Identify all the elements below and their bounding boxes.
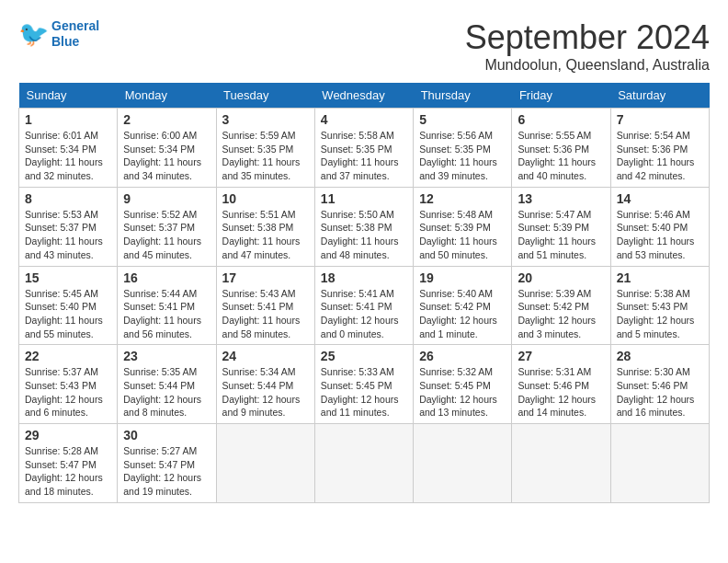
calendar-header-thursday: Thursday (414, 83, 512, 109)
day-info: Sunrise: 5:27 AM Sunset: 5:47 PM Dayligh… (123, 444, 210, 499)
day-number: 24 (222, 349, 309, 363)
calendar-cell: 9Sunrise: 5:52 AM Sunset: 5:37 PM Daylig… (118, 187, 216, 266)
day-number: 19 (419, 270, 506, 285)
calendar-cell: 28Sunrise: 5:30 AM Sunset: 5:46 PM Dayli… (610, 345, 709, 424)
page-header: 🐦 General Blue September 2024 Mundoolun,… (18, 18, 710, 74)
day-info: Sunrise: 5:54 AM Sunset: 5:36 PM Dayligh… (617, 129, 703, 183)
calendar-cell: 6Sunrise: 5:55 AM Sunset: 5:36 PM Daylig… (512, 109, 610, 188)
day-number: 13 (518, 191, 604, 206)
day-info: Sunrise: 5:28 AM Sunset: 5:47 PM Dayligh… (25, 444, 111, 499)
day-info: Sunrise: 5:48 AM Sunset: 5:39 PM Dayligh… (419, 208, 506, 262)
day-number: 2 (123, 112, 210, 127)
calendar-cell: 15Sunrise: 5:45 AM Sunset: 5:40 PM Dayli… (19, 266, 118, 345)
month-title: September 2024 (465, 18, 710, 57)
calendar-cell (314, 424, 413, 503)
day-info: Sunrise: 6:00 AM Sunset: 5:34 PM Dayligh… (123, 129, 210, 183)
calendar-week-2: 8Sunrise: 5:53 AM Sunset: 5:37 PM Daylig… (19, 187, 710, 266)
day-info: Sunrise: 5:50 AM Sunset: 5:38 PM Dayligh… (321, 208, 407, 262)
logo-text: General Blue (51, 18, 99, 50)
day-number: 16 (123, 270, 210, 285)
day-info: Sunrise: 5:51 AM Sunset: 5:38 PM Dayligh… (222, 208, 309, 262)
calendar-cell (216, 424, 314, 503)
day-number: 9 (123, 191, 210, 206)
calendar-cell: 22Sunrise: 5:37 AM Sunset: 5:43 PM Dayli… (19, 345, 118, 424)
logo: 🐦 General Blue (18, 18, 99, 50)
day-info: Sunrise: 5:46 AM Sunset: 5:40 PM Dayligh… (617, 208, 703, 262)
day-info: Sunrise: 5:31 AM Sunset: 5:46 PM Dayligh… (518, 365, 604, 419)
calendar-week-5: 29Sunrise: 5:28 AM Sunset: 5:47 PM Dayli… (19, 424, 710, 503)
day-number: 27 (518, 349, 604, 363)
calendar-cell: 23Sunrise: 5:35 AM Sunset: 5:44 PM Dayli… (118, 345, 216, 424)
day-number: 10 (222, 191, 309, 206)
calendar-table: SundayMondayTuesdayWednesdayThursdayFrid… (18, 83, 710, 503)
svg-text:🐦: 🐦 (18, 19, 48, 49)
calendar-header-sunday: Sunday (19, 83, 118, 109)
calendar-cell: 29Sunrise: 5:28 AM Sunset: 5:47 PM Dayli… (19, 424, 118, 503)
calendar-cell: 1Sunrise: 6:01 AM Sunset: 5:34 PM Daylig… (19, 109, 118, 188)
calendar-cell: 19Sunrise: 5:40 AM Sunset: 5:42 PM Dayli… (414, 266, 512, 345)
day-info: Sunrise: 6:01 AM Sunset: 5:34 PM Dayligh… (25, 129, 111, 183)
day-info: Sunrise: 5:37 AM Sunset: 5:43 PM Dayligh… (25, 365, 111, 419)
day-number: 1 (25, 112, 111, 127)
calendar-cell: 5Sunrise: 5:56 AM Sunset: 5:35 PM Daylig… (414, 109, 512, 188)
day-info: Sunrise: 5:47 AM Sunset: 5:39 PM Dayligh… (518, 208, 604, 262)
calendar-cell: 17Sunrise: 5:43 AM Sunset: 5:41 PM Dayli… (216, 266, 314, 345)
day-info: Sunrise: 5:32 AM Sunset: 5:45 PM Dayligh… (419, 365, 506, 419)
calendar-cell: 11Sunrise: 5:50 AM Sunset: 5:38 PM Dayli… (314, 187, 413, 266)
day-number: 26 (419, 349, 506, 363)
day-number: 22 (25, 349, 111, 363)
day-number: 25 (321, 349, 407, 363)
day-number: 12 (419, 191, 506, 206)
calendar-cell: 10Sunrise: 5:51 AM Sunset: 5:38 PM Dayli… (216, 187, 314, 266)
calendar-header-tuesday: Tuesday (216, 83, 314, 109)
day-number: 3 (222, 112, 309, 127)
logo-line1: General (51, 18, 99, 33)
day-info: Sunrise: 5:53 AM Sunset: 5:37 PM Dayligh… (25, 208, 111, 262)
calendar-cell: 18Sunrise: 5:41 AM Sunset: 5:41 PM Dayli… (314, 266, 413, 345)
calendar-cell: 20Sunrise: 5:39 AM Sunset: 5:42 PM Dayli… (512, 266, 610, 345)
calendar-header-friday: Friday (512, 83, 610, 109)
calendar-cell: 8Sunrise: 5:53 AM Sunset: 5:37 PM Daylig… (19, 187, 118, 266)
day-number: 28 (617, 349, 703, 363)
calendar-header-saturday: Saturday (610, 83, 709, 109)
day-info: Sunrise: 5:52 AM Sunset: 5:37 PM Dayligh… (123, 208, 210, 262)
calendar-cell: 27Sunrise: 5:31 AM Sunset: 5:46 PM Dayli… (512, 345, 610, 424)
logo-line2: Blue (51, 34, 99, 50)
location: Mundoolun, Queensland, Australia (465, 57, 710, 74)
day-info: Sunrise: 5:59 AM Sunset: 5:35 PM Dayligh… (222, 129, 309, 183)
calendar-cell: 16Sunrise: 5:44 AM Sunset: 5:41 PM Dayli… (118, 266, 216, 345)
day-number: 5 (419, 112, 506, 127)
calendar-cell: 21Sunrise: 5:38 AM Sunset: 5:43 PM Dayli… (610, 266, 709, 345)
day-number: 30 (123, 428, 210, 442)
day-number: 8 (25, 191, 111, 206)
day-info: Sunrise: 5:41 AM Sunset: 5:41 PM Dayligh… (321, 287, 407, 341)
day-number: 20 (518, 270, 604, 285)
day-info: Sunrise: 5:35 AM Sunset: 5:44 PM Dayligh… (123, 365, 210, 419)
calendar-cell: 14Sunrise: 5:46 AM Sunset: 5:40 PM Dayli… (610, 187, 709, 266)
day-info: Sunrise: 5:43 AM Sunset: 5:41 PM Dayligh… (222, 287, 309, 341)
calendar-week-3: 15Sunrise: 5:45 AM Sunset: 5:40 PM Dayli… (19, 266, 710, 345)
day-info: Sunrise: 5:40 AM Sunset: 5:42 PM Dayligh… (419, 287, 506, 341)
day-number: 23 (123, 349, 210, 363)
day-number: 14 (617, 191, 703, 206)
calendar-week-4: 22Sunrise: 5:37 AM Sunset: 5:43 PM Dayli… (19, 345, 710, 424)
day-number: 29 (25, 428, 111, 442)
calendar-cell: 25Sunrise: 5:33 AM Sunset: 5:45 PM Dayli… (314, 345, 413, 424)
calendar-cell: 3Sunrise: 5:59 AM Sunset: 5:35 PM Daylig… (216, 109, 314, 188)
day-info: Sunrise: 5:39 AM Sunset: 5:42 PM Dayligh… (518, 287, 604, 341)
calendar-cell (610, 424, 709, 503)
calendar-cell (414, 424, 512, 503)
day-info: Sunrise: 5:58 AM Sunset: 5:35 PM Dayligh… (321, 129, 407, 183)
day-number: 6 (518, 112, 604, 127)
day-info: Sunrise: 5:34 AM Sunset: 5:44 PM Dayligh… (222, 365, 309, 419)
calendar-cell: 12Sunrise: 5:48 AM Sunset: 5:39 PM Dayli… (414, 187, 512, 266)
calendar-header-row: SundayMondayTuesdayWednesdayThursdayFrid… (19, 83, 710, 109)
day-number: 17 (222, 270, 309, 285)
calendar-cell: 2Sunrise: 6:00 AM Sunset: 5:34 PM Daylig… (118, 109, 216, 188)
calendar-week-1: 1Sunrise: 6:01 AM Sunset: 5:34 PM Daylig… (19, 109, 710, 188)
calendar-cell: 4Sunrise: 5:58 AM Sunset: 5:35 PM Daylig… (314, 109, 413, 188)
day-info: Sunrise: 5:30 AM Sunset: 5:46 PM Dayligh… (617, 365, 703, 419)
day-info: Sunrise: 5:44 AM Sunset: 5:41 PM Dayligh… (123, 287, 210, 341)
calendar-cell: 7Sunrise: 5:54 AM Sunset: 5:36 PM Daylig… (610, 109, 709, 188)
title-block: September 2024 Mundoolun, Queensland, Au… (465, 18, 710, 74)
